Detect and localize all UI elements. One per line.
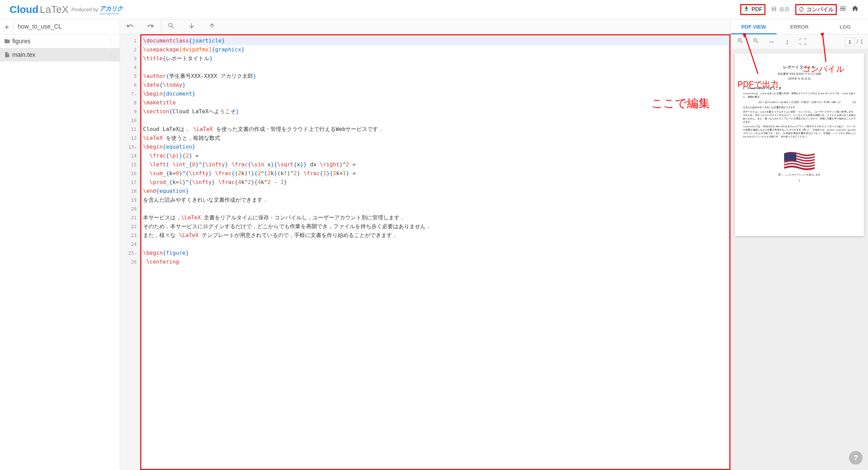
code-line[interactable] bbox=[143, 204, 728, 213]
pdf-author: 学生番号 XXX-XXXX アカリク太郎 bbox=[743, 72, 856, 76]
home-button[interactable] bbox=[849, 3, 861, 16]
fullscreen-button[interactable]: ⛶ bbox=[798, 37, 808, 47]
code-line[interactable]: を含んだ読みやすくきれいな文書作成ができます． bbox=[143, 196, 728, 204]
save-icon bbox=[771, 6, 777, 13]
menu-icon bbox=[839, 5, 847, 14]
pdf-date: 2018 年 11 月 22 日 bbox=[743, 77, 856, 81]
help-button[interactable]: ? bbox=[849, 451, 863, 465]
code-line[interactable] bbox=[143, 240, 728, 249]
code-line[interactable]: \left( \int_{0}^{\infty} \frac{\sin x}{\… bbox=[143, 160, 728, 169]
pdf-paragraph: を含んだ読みやすくきれいな文書作成ができます。 bbox=[743, 106, 856, 109]
menu-button[interactable] bbox=[837, 3, 849, 16]
code-line[interactable]: Cloud LaTeXは， \LaTeX を使った文書の作成・管理をクラウド上で… bbox=[143, 125, 728, 134]
code-line[interactable]: \begin{figure} bbox=[143, 249, 728, 257]
pdf-paragraph: 本サービスは、LaTeX 文書をリアルタイムに保存・コンパイルし、ユーザーアカウ… bbox=[743, 110, 856, 123]
pdf-equation: π/2 = (∫₀^∞ (sin x / √x) dx)² = Σ (2k)! … bbox=[743, 101, 856, 104]
page-total: 1 bbox=[860, 39, 863, 45]
code-line[interactable]: \documentclass{jsarticle} bbox=[143, 36, 728, 45]
code-line[interactable]: \maketitle bbox=[143, 98, 728, 107]
prev-button[interactable] bbox=[207, 22, 217, 32]
file-menu-button[interactable]: ⋮ bbox=[107, 51, 116, 58]
code-area[interactable]: \documentclass{jsarticle}\usepackage[dvi… bbox=[140, 34, 730, 470]
tab-pdf-view[interactable]: PDF VIEW bbox=[731, 19, 777, 34]
file-item[interactable]: main.tex⋮ bbox=[0, 48, 120, 62]
file-list: figures⋮main.tex⋮ bbox=[0, 34, 120, 470]
code-line[interactable] bbox=[143, 116, 728, 125]
code-line[interactable]: \sum_{k=0}^{\infty} \frac{(2k)!}{2^{2k}(… bbox=[143, 169, 728, 178]
compile-button[interactable]: コンパイル bbox=[795, 4, 837, 15]
tab-error[interactable]: ERROR bbox=[777, 19, 822, 34]
arrow-up-icon bbox=[208, 22, 216, 32]
home-icon bbox=[851, 5, 859, 14]
redo-icon bbox=[147, 22, 154, 32]
editor-body[interactable]: 1234567891011121314151617181920212223242… bbox=[120, 34, 730, 470]
plus-icon: ＋ bbox=[3, 22, 11, 32]
fit-height-button[interactable]: ↕ bbox=[782, 37, 792, 47]
folder-icon bbox=[4, 38, 12, 44]
add-file-button[interactable]: ＋ bbox=[0, 19, 14, 34]
search-button[interactable] bbox=[166, 22, 176, 32]
page-indicator: / 1 bbox=[845, 38, 863, 46]
zoom-in-button[interactable] bbox=[736, 37, 745, 47]
code-line[interactable]: \begin{equation} bbox=[143, 142, 728, 151]
code-line[interactable]: \begin{document} bbox=[143, 89, 728, 98]
refresh-icon bbox=[798, 6, 804, 13]
code-line[interactable]: \author{学生番号XXX-XXXX アカリク太郎} bbox=[143, 72, 728, 81]
undo-button[interactable] bbox=[125, 22, 135, 32]
pdf-paragraph: Cloud LaTeX は、LaTeX を使った文書の作成・管理をクラウド上で行… bbox=[743, 92, 856, 99]
search-icon bbox=[167, 22, 175, 32]
app-logo[interactable]: Cloud LaTeX bbox=[10, 4, 69, 15]
pdf-download-button[interactable]: PDF bbox=[740, 4, 765, 15]
code-line[interactable]: \LaTeX を使うと，複雑な数式 bbox=[143, 134, 728, 142]
pdf-page: レポートタイトル 学生番号 XXX-XXXX アカリク太郎 2018 年 11 … bbox=[735, 53, 864, 236]
preview-body[interactable]: レポートタイトル 学生番号 XXX-XXXX アカリク太郎 2018 年 11 … bbox=[731, 49, 868, 470]
code-line[interactable]: \frac{\pi}{2} = bbox=[143, 151, 728, 160]
code-line[interactable]: \end{equation} bbox=[143, 187, 728, 196]
code-line[interactable]: \date{\today} bbox=[143, 81, 728, 89]
next-button[interactable] bbox=[187, 22, 196, 32]
code-line[interactable] bbox=[143, 63, 728, 72]
redo-button[interactable] bbox=[146, 22, 155, 32]
logo-latex: LaTeX bbox=[40, 4, 69, 15]
file-panel-header: ＋ how_to_use_CL bbox=[0, 19, 120, 34]
project-name[interactable]: how_to_use_CL bbox=[14, 23, 120, 30]
file-menu-button[interactable]: ⋮ bbox=[107, 37, 116, 45]
editor-panel: 1234567891011121314151617181920212223242… bbox=[120, 19, 731, 470]
code-line[interactable]: \usepackage[dvipdfmx]{graphicx} bbox=[143, 45, 728, 54]
pdf-title: レポートタイトル bbox=[743, 64, 856, 70]
save-button[interactable]: 保存 bbox=[765, 3, 795, 16]
pdf-figure-flag bbox=[784, 152, 815, 170]
code-line[interactable]: \title{レポートタイトル} bbox=[143, 54, 728, 63]
app-header: Cloud LaTeX Produced by アカリク academy&rec… bbox=[0, 0, 868, 19]
preview-toolbar: ↔ ↕ ⛶ / 1 bbox=[731, 34, 868, 49]
zoom-in-icon bbox=[737, 37, 744, 46]
pdf-section-heading: 1 Cloud LaTeX へようこそ bbox=[743, 86, 856, 90]
brand-logo[interactable]: アカリク academy&recruitment bbox=[100, 4, 123, 15]
file-name: figures bbox=[12, 38, 107, 45]
page-current-input[interactable] bbox=[845, 38, 855, 46]
fullscreen-icon: ⛶ bbox=[799, 37, 807, 46]
file-icon bbox=[4, 52, 12, 58]
fit-width-icon: ↔ bbox=[768, 37, 775, 46]
preview-panel: PDF VIEW ERROR LOG ↔ ↕ ⛶ / 1 レポートタイトル bbox=[731, 19, 868, 470]
produced-by-label: Produced by bbox=[71, 7, 98, 12]
code-line[interactable]: \centering bbox=[143, 257, 728, 266]
code-line[interactable]: \section{Cloud LaTeXへようこそ} bbox=[143, 107, 728, 116]
code-line[interactable]: \prod_{k=1}^{\infty} \frac{4k^2}{4k^2 - … bbox=[143, 178, 728, 187]
preview-tabs: PDF VIEW ERROR LOG bbox=[731, 19, 868, 34]
undo-icon bbox=[126, 22, 134, 32]
tab-log[interactable]: LOG bbox=[822, 19, 868, 34]
code-line[interactable]: 本サービスは，\LaTeX 文書をリアルタイムに保存・コンパイルし，ユーザーアカ… bbox=[143, 213, 728, 222]
fit-width-button[interactable]: ↔ bbox=[767, 37, 776, 47]
pdf-page-number: 1 bbox=[743, 179, 856, 182]
logo-cloud: Cloud bbox=[10, 4, 38, 15]
fit-height-icon: ↕ bbox=[785, 37, 789, 46]
file-item[interactable]: figures⋮ bbox=[0, 34, 120, 48]
help-icon: ? bbox=[853, 453, 858, 462]
zoom-out-icon bbox=[752, 37, 759, 46]
code-line[interactable]: そのため，本サービスにログインするだけで，どこからでも作業を再開でき，ファイルを… bbox=[143, 222, 728, 231]
code-line[interactable]: また，様々な \LaTeX テンプレートが用意されているので，手軽に文書を作り始… bbox=[143, 231, 728, 240]
download-icon bbox=[743, 6, 749, 13]
zoom-out-button[interactable] bbox=[751, 37, 761, 47]
pdf-figure-caption: 図 1 ここにキャプションを挿入します bbox=[743, 173, 856, 177]
